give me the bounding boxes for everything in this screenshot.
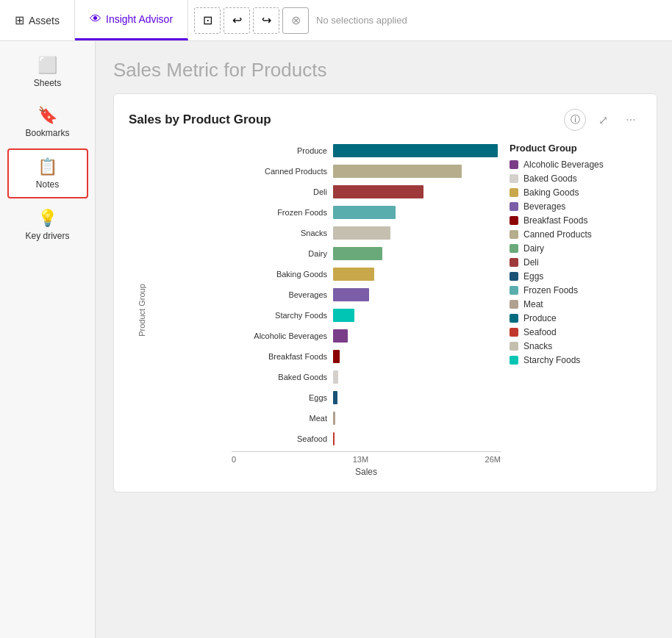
- main-layout: ⬜ Sheets 🔖 Bookmarks 📋 Notes 💡 Key drive…: [0, 41, 672, 638]
- legend-label: Deli: [523, 257, 539, 268]
- legend-color-dot: [510, 272, 518, 281]
- sidebar-item-sheets[interactable]: ⬜ Sheets: [7, 49, 88, 96]
- x-tick: 26M: [485, 455, 501, 464]
- search-action-btn[interactable]: ⊡: [194, 7, 221, 34]
- legend-label: Baked Goods: [523, 173, 577, 184]
- bar-track: [333, 247, 498, 260]
- legend-label: Eggs: [523, 271, 543, 282]
- bar-label: Baking Goods: [232, 270, 333, 279]
- x-axis: 013M26M: [232, 451, 501, 464]
- legend-item: Breakfast Foods: [510, 215, 642, 226]
- more-button[interactable]: ···: [620, 109, 642, 131]
- bar-fill[interactable]: [333, 247, 382, 260]
- bar-fill[interactable]: [333, 185, 423, 198]
- chart-actions: ⓘ ⤢ ···: [564, 109, 642, 131]
- legend-color-dot: [510, 230, 518, 239]
- bar-row: Seafood: [232, 431, 498, 447]
- bar-fill[interactable]: [333, 226, 390, 240]
- filter-action-btn[interactable]: ⊗: [282, 7, 309, 34]
- undo-action-btn[interactable]: ↩: [224, 7, 250, 34]
- legend-item: Snacks: [510, 341, 642, 351]
- key-drivers-icon: 💡: [37, 209, 57, 228]
- bar-track: [333, 391, 498, 404]
- bar-fill[interactable]: [333, 288, 369, 301]
- sheets-icon: ⬜: [37, 56, 57, 75]
- bar-label: Frozen Foods: [232, 208, 333, 217]
- search-icon: ⊡: [203, 13, 212, 27]
- bar-fill[interactable]: [333, 268, 374, 281]
- bar-row: Alcoholic Beverages: [232, 328, 498, 344]
- insight-icon: 👁: [90, 12, 101, 26]
- bar-track: [333, 370, 498, 384]
- bar-track: [333, 309, 498, 322]
- chart-header: Sales by Product Group ⓘ ⤢ ···: [129, 109, 642, 131]
- bar-fill[interactable]: [333, 144, 498, 157]
- legend-label: Meat: [523, 299, 543, 309]
- bar-track: [333, 185, 498, 198]
- bar-track: [333, 268, 498, 281]
- legend-color-dot: [510, 356, 518, 365]
- info-button[interactable]: ⓘ: [564, 109, 586, 131]
- legend-color-dot: [510, 174, 518, 183]
- bar-track: [333, 226, 498, 240]
- x-tick: 0: [232, 455, 236, 464]
- sidebar-item-bookmarks[interactable]: 🔖 Bookmarks: [7, 98, 88, 146]
- chart-title: Sales by Product Group: [129, 112, 271, 127]
- assets-tab[interactable]: ⊞ Assets: [0, 0, 75, 40]
- bar-label: Starchy Foods: [232, 311, 333, 320]
- bar-track: [333, 288, 498, 301]
- y-axis-label: Product Group: [137, 284, 146, 337]
- bar-track: [333, 165, 498, 178]
- notes-icon: 📋: [37, 157, 57, 176]
- bar-row: Baking Goods: [232, 266, 498, 282]
- bar-fill[interactable]: [333, 391, 337, 404]
- legend-item: Canned Products: [510, 229, 642, 240]
- legend-label: Starchy Foods: [523, 355, 580, 365]
- legend-item: Eggs: [510, 271, 642, 282]
- bar-row: Produce: [232, 143, 498, 159]
- legend-label: Canned Products: [523, 229, 592, 240]
- legend-label: Beverages: [523, 201, 565, 212]
- chart-body: Product Group ProduceCanned ProductsDeli…: [129, 143, 642, 477]
- bar-label: Breakfast Foods: [232, 352, 333, 361]
- expand-icon: ⤢: [598, 113, 608, 127]
- bar-label: Seafood: [232, 434, 333, 443]
- bar-track: [333, 412, 498, 425]
- bar-fill[interactable]: [333, 412, 335, 425]
- bar-fill[interactable]: [333, 329, 348, 343]
- legend-item: Produce: [510, 313, 642, 323]
- bar-label: Dairy: [232, 249, 333, 258]
- chart-legend: Product Group Alcoholic BeveragesBaked G…: [510, 143, 642, 477]
- legend-label: Produce: [523, 313, 557, 323]
- legend-color-dot: [510, 286, 518, 295]
- bar-track: [333, 329, 498, 343]
- bars-container: ProduceCanned ProductsDeliFrozen FoodsSn…: [232, 143, 498, 447]
- legend-label: Baking Goods: [523, 187, 579, 198]
- bar-fill[interactable]: [333, 370, 338, 384]
- top-nav: ⊞ Assets 👁 Insight Advisor ⊡ ↩ ↪ ⊗ No se…: [0, 0, 672, 41]
- bar-fill[interactable]: [333, 350, 340, 363]
- sidebar-item-key-drivers[interactable]: 💡 Key drivers: [7, 201, 88, 248]
- bar-fill[interactable]: [333, 309, 354, 322]
- bar-fill[interactable]: [333, 206, 396, 219]
- bar-track: [333, 350, 498, 363]
- nav-actions: ⊡ ↩ ↪ ⊗: [194, 7, 309, 34]
- bar-row: Breakfast Foods: [232, 348, 498, 365]
- legend-color-dot: [510, 258, 518, 267]
- bar-fill[interactable]: [333, 165, 462, 178]
- chart-area: Product Group ProduceCanned ProductsDeli…: [129, 143, 501, 477]
- insight-advisor-tab[interactable]: 👁 Insight Advisor: [75, 0, 188, 40]
- bar-track: [333, 206, 498, 219]
- expand-button[interactable]: ⤢: [592, 109, 614, 131]
- bar-row: Starchy Foods: [232, 307, 498, 323]
- legend-label: Frozen Foods: [523, 285, 578, 295]
- legend-item: Seafood: [510, 327, 642, 337]
- sidebar-item-notes[interactable]: 📋 Notes: [7, 148, 88, 198]
- undo-icon: ↩: [232, 13, 242, 27]
- insight-label: Insight Advisor: [106, 13, 173, 25]
- bar-fill[interactable]: [333, 432, 335, 445]
- redo-action-btn[interactable]: ↪: [253, 7, 279, 34]
- x-tick: 13M: [353, 455, 368, 464]
- bar-track: [333, 432, 498, 445]
- legend-item: Alcoholic Beverages: [510, 160, 642, 170]
